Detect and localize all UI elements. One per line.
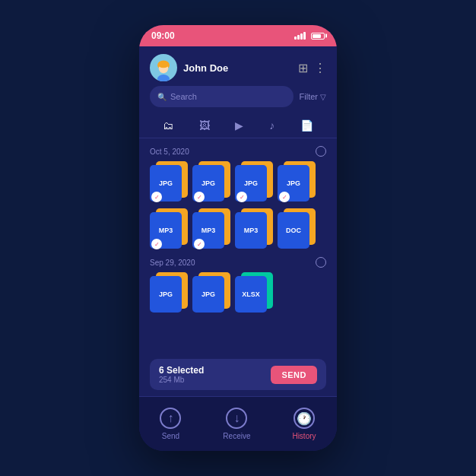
file-item[interactable]: JPG ✓ — [278, 161, 316, 204]
tab-doc[interactable]: 📄 — [297, 116, 316, 135]
file-item[interactable]: JPG ✓ — [150, 161, 188, 204]
file-type-label: MP3 — [244, 227, 259, 234]
selection-size: 254 Mb — [159, 376, 204, 384]
header: John Doe ⊞ ⋮ — [139, 46, 337, 86]
signal-icon — [294, 32, 306, 40]
history-nav-icon: 🕐 — [294, 408, 315, 429]
file-item[interactable]: JPG ✓ — [192, 161, 230, 204]
username-label: John Doe — [183, 62, 292, 74]
files-grid-1: JPG ✓ JPG ✓ JPG — [150, 161, 326, 251]
filter-label: Filter — [300, 92, 318, 101]
file-type-label: MP3 — [159, 227, 173, 234]
files-area: Oct 5, 2020 JPG ✓ JPG — [139, 141, 337, 359]
check-badge: ✓ — [194, 239, 205, 249]
nav-receive[interactable]: ↓ Receive — [223, 408, 250, 440]
bottom-nav: ↑ Send ↓ Receive 🕐 History — [139, 396, 337, 451]
receive-nav-label: Receive — [223, 432, 250, 440]
check-badge: ✓ — [151, 192, 162, 202]
file-item[interactable]: MP3 ✓ — [192, 208, 230, 251]
receive-nav-icon: ↓ — [226, 408, 247, 429]
check-badge: ✓ — [151, 239, 162, 249]
search-placeholder: Search — [170, 92, 197, 101]
send-button[interactable]: SEND — [271, 366, 317, 384]
file-item[interactable]: JPG — [150, 272, 188, 315]
file-type-label: JPG — [202, 179, 215, 187]
nav-send[interactable]: ↑ Send — [160, 408, 181, 440]
filter-icon: ▽ — [320, 93, 326, 101]
file-type-label: JPG — [159, 179, 173, 187]
selection-info: 6 Selected 254 Mb — [159, 365, 204, 384]
status-time: 09:00 — [151, 30, 175, 41]
tab-folder[interactable]: 🗂 — [160, 116, 176, 135]
check-badge: ✓ — [236, 192, 247, 202]
send-nav-label: Send — [162, 432, 179, 440]
file-item[interactable]: MP3 — [235, 208, 273, 251]
search-box[interactable]: 🔍 Search — [150, 86, 294, 107]
file-type-label: MP3 — [202, 227, 216, 234]
file-item[interactable]: XLSX — [235, 272, 273, 315]
history-nav-label: History — [292, 432, 316, 440]
filter-button[interactable]: Filter ▽ — [300, 92, 326, 101]
date-row-2: Sep 29, 2020 — [150, 257, 326, 268]
selection-count: 6 Selected — [159, 365, 204, 376]
tab-music[interactable]: ♪ — [266, 116, 278, 135]
avatar — [150, 54, 177, 81]
file-type-label: JPG — [244, 179, 258, 187]
status-icons — [294, 32, 325, 40]
battery-icon — [311, 33, 325, 40]
file-item[interactable]: JPG ✓ — [235, 161, 273, 204]
grid-icon[interactable]: ⊞ — [298, 61, 308, 75]
search-icon: 🔍 — [157, 93, 167, 101]
phone-frame: 09:00 — [139, 25, 337, 451]
file-type-label: XLSX — [242, 290, 260, 298]
file-item[interactable]: JPG — [192, 272, 230, 315]
tab-image[interactable]: 🖼 — [196, 116, 213, 135]
tab-video[interactable]: ▶ — [232, 116, 246, 135]
send-nav-icon: ↑ — [160, 408, 181, 429]
status-bar: 09:00 — [139, 25, 337, 46]
file-item[interactable]: MP3 ✓ — [150, 208, 188, 251]
file-type-label: DOC — [286, 227, 301, 234]
check-badge: ✓ — [194, 192, 205, 202]
date-select-circle-1[interactable] — [316, 146, 326, 157]
check-badge: ✓ — [279, 192, 290, 202]
files-grid-2: JPG JPG XLSX — [150, 272, 326, 315]
date-select-circle-2[interactable] — [316, 257, 326, 268]
search-row: 🔍 Search Filter ▽ — [139, 86, 337, 113]
file-type-label: JPG — [287, 179, 300, 187]
tabs-row: 🗂 🖼 ▶ ♪ 📄 — [139, 113, 337, 138]
main-content: John Doe ⊞ ⋮ 🔍 Search Filter ▽ 🗂 🖼 ▶ ♪ 📄 — [139, 46, 337, 396]
more-icon[interactable]: ⋮ — [314, 61, 326, 75]
file-item[interactable]: DOC — [278, 208, 316, 251]
file-type-label: JPG — [202, 290, 215, 298]
date-label-2: Sep 29, 2020 — [150, 259, 195, 267]
file-type-label: JPG — [159, 290, 173, 298]
nav-history[interactable]: 🕐 History — [292, 408, 316, 440]
date-label-1: Oct 5, 2020 — [150, 148, 189, 156]
selection-bar: 6 Selected 254 Mb SEND — [150, 359, 326, 390]
date-row-1: Oct 5, 2020 — [150, 146, 326, 157]
svg-point-3 — [158, 61, 169, 68]
